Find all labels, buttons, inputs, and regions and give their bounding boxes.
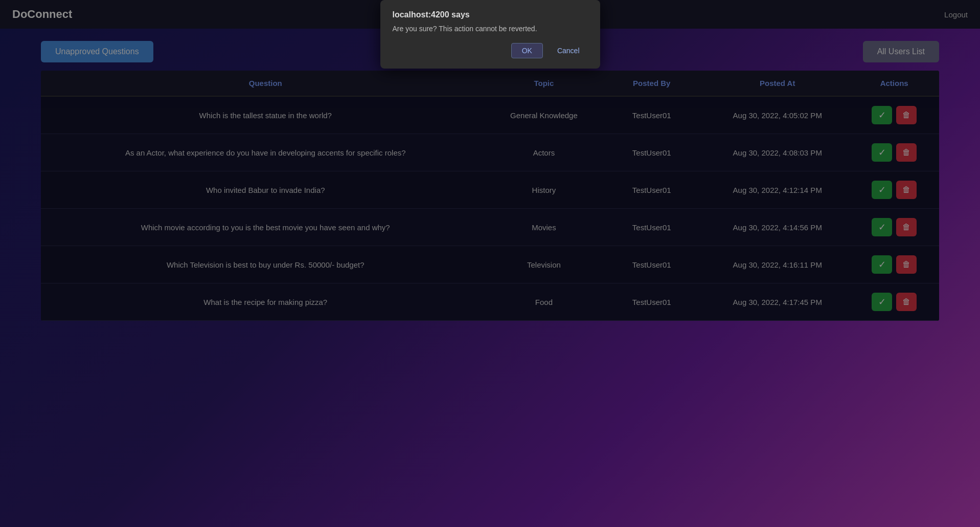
modal-dialog: localhost:4200 says Are you sure? This a… [380, 0, 600, 69]
modal-actions: OK Cancel [393, 43, 588, 58]
modal-overlay: localhost:4200 says Are you sure? This a… [0, 0, 980, 527]
modal-message: Are you sure? This action cannot be reve… [393, 25, 588, 33]
modal-cancel-button[interactable]: Cancel [549, 43, 588, 58]
modal-ok-button[interactable]: OK [511, 43, 543, 58]
modal-title: localhost:4200 says [393, 10, 588, 19]
